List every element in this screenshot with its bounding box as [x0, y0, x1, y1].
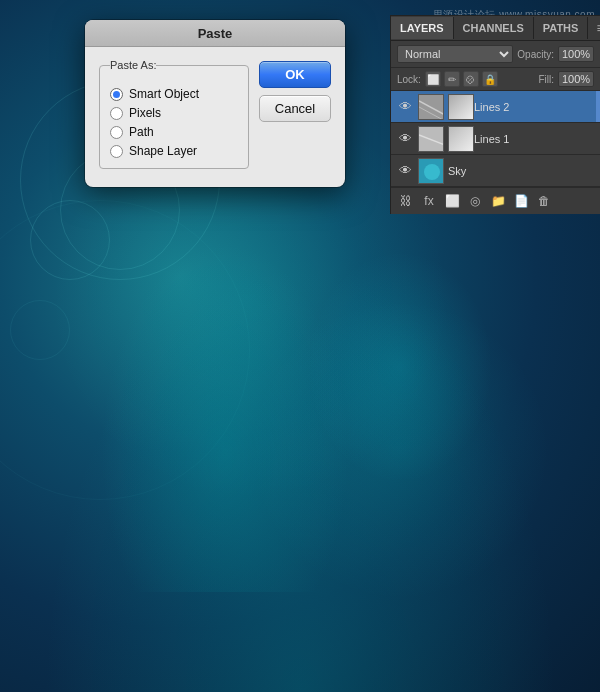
radio-label-smart-object: Smart Object: [129, 87, 199, 101]
panel-menu-button[interactable]: ≡: [588, 16, 600, 40]
radio-dot-smart-object: [113, 91, 120, 98]
radio-label-pixels: Pixels: [129, 106, 161, 120]
radio-circle-shape-layer: [110, 145, 123, 158]
panel-toolbar: ⛓ fx ⬜ ◎ 📁 📄 🗑: [391, 187, 600, 214]
dialog-title: Paste: [198, 26, 233, 41]
tab-channels[interactable]: CHANNELS: [454, 17, 534, 39]
tab-paths[interactable]: PATHS: [534, 17, 589, 39]
radio-circle-smart-object: [110, 88, 123, 101]
ok-button[interactable]: OK: [259, 61, 331, 88]
fx-icon[interactable]: fx: [419, 191, 439, 211]
blend-mode-row: Normal Multiply Screen Overlay Opacity: …: [391, 41, 600, 68]
dialog-title-bar: Paste: [85, 20, 345, 47]
dialog-buttons: OK Cancel: [259, 59, 331, 169]
lock-position-icon[interactable]: ⛒: [463, 71, 479, 87]
delete-layer-icon[interactable]: 🗑: [534, 191, 554, 211]
radio-label-shape-layer: Shape Layer: [129, 144, 197, 158]
new-layer-icon[interactable]: 📄: [511, 191, 531, 211]
layer-lines1-name: Lines 1: [474, 133, 595, 145]
layer-sky-visibility[interactable]: 👁: [396, 162, 414, 180]
lock-paint-icon[interactable]: ✏: [444, 71, 460, 87]
panel-tabs: LAYERS CHANNELS PATHS ≡: [391, 16, 600, 41]
lock-all-icon[interactable]: 🔒: [482, 71, 498, 87]
paste-dialog: Paste Paste As: Smart Object Pixels Path…: [85, 20, 345, 187]
link-layers-icon[interactable]: ⛓: [396, 191, 416, 211]
radio-pixels[interactable]: Pixels: [110, 106, 236, 120]
layer-sky-name: Sky: [448, 165, 595, 177]
layer-lines2[interactable]: 👁 Lines 2: [391, 91, 600, 123]
layer-lines1-mask: [448, 126, 474, 152]
fill-label: Fill:: [538, 74, 554, 85]
layer-sky-thumb: [418, 158, 444, 184]
opacity-value[interactable]: 100%: [558, 46, 594, 62]
radio-path[interactable]: Path: [110, 125, 236, 139]
cancel-button[interactable]: Cancel: [259, 95, 331, 122]
layer-lines2-visibility[interactable]: 👁: [396, 98, 414, 116]
group-icon[interactable]: 📁: [488, 191, 508, 211]
tab-layers[interactable]: LAYERS: [391, 17, 454, 39]
adjustment-icon[interactable]: ◎: [465, 191, 485, 211]
paste-as-legend: Paste As:: [110, 59, 156, 71]
radio-label-path: Path: [129, 125, 154, 139]
radio-shape-layer[interactable]: Shape Layer: [110, 144, 236, 158]
layer-lines2-mask: [448, 94, 474, 120]
lock-row: Lock: ⬜ ✏ ⛒ 🔒 Fill: 100%: [391, 68, 600, 91]
add-mask-icon[interactable]: ⬜: [442, 191, 462, 211]
layer-lines1[interactable]: 👁 Lines 1: [391, 123, 600, 155]
layer-lines2-thumb: [418, 94, 444, 120]
layer-lines2-name: Lines 2: [474, 101, 595, 113]
layer-lines1-visibility[interactable]: 👁: [396, 130, 414, 148]
fill-value[interactable]: 100%: [558, 71, 594, 87]
layers-panel: LAYERS CHANNELS PATHS ≡ Normal Multiply …: [390, 15, 600, 214]
lock-label: Lock:: [397, 74, 421, 85]
dialog-body: Paste As: Smart Object Pixels Path Shape…: [85, 47, 345, 173]
lock-transparency-icon[interactable]: ⬜: [425, 71, 441, 87]
radio-smart-object[interactable]: Smart Object: [110, 87, 236, 101]
lock-icons: ⬜ ✏ ⛒ 🔒: [425, 71, 535, 87]
svg-point-6: [424, 164, 440, 180]
layer-sky[interactable]: 👁 Sky: [391, 155, 600, 187]
blend-mode-select[interactable]: Normal Multiply Screen Overlay: [397, 45, 513, 63]
radio-circle-path: [110, 126, 123, 139]
layer-lines2-active-bar: [596, 91, 600, 122]
layer-lines1-thumb: [418, 126, 444, 152]
opacity-label: Opacity:: [517, 49, 554, 60]
radio-circle-pixels: [110, 107, 123, 120]
paste-as-group: Paste As: Smart Object Pixels Path Shape…: [99, 59, 249, 169]
